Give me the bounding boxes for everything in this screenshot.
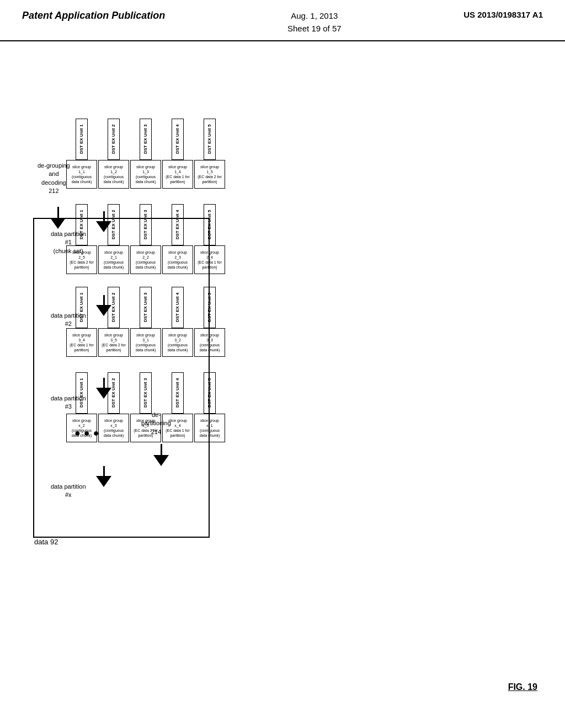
patent-number: US 2013/0198317 A1 — [463, 10, 543, 19]
p3-unit3-header: DST EX Unit 3 — [140, 287, 152, 328]
p3-unit2-cell: slice group3_5(EC data 2 forpartition) — [98, 328, 129, 357]
p1-unit1-cell: slice group1_1(contiguousdata chunk) — [66, 160, 97, 189]
p3-unit1-cell: slice group3_4(EC data 1 forpartition) — [66, 328, 97, 357]
p1-unit2-header: DST EX Unit 2 — [108, 119, 120, 160]
p3-unit3-cell: slice group3_1(contiguousdata chunk) — [130, 328, 161, 357]
p2-unit3-cell: slice group2_2(contiguousdata chunk) — [130, 245, 161, 274]
p3-unit4-header: DST EX Unit 4 — [172, 287, 184, 328]
p1-unit2-cell: slice group1_2(contiguousdata chunk) — [98, 160, 129, 189]
p2-unit4-header: DST EX Unit 4 — [172, 204, 184, 245]
sheet-info: Sheet 19 of 57 — [287, 24, 342, 33]
p2-unit2-col: DST EX Unit 2 slice group2_1(contiguousd… — [98, 204, 129, 274]
px-unit3-header: DST EX Unit 3 — [140, 372, 152, 414]
px-unit4-header: DST EX Unit 4 — [172, 372, 184, 414]
figure-label: FIG. 19 — [508, 682, 537, 692]
p2-unit2-cell: slice group2_1(contiguousdata chunk) — [98, 245, 129, 274]
p2-unit1-col: DST EX Unit 1 slice group2_5(EC data 2 f… — [66, 204, 97, 274]
p3-unit3-col: DST EX Unit 3 slice group3_1(contiguousd… — [130, 287, 161, 357]
p3-unit2-header: DST EX Unit 2 — [108, 287, 120, 328]
p3-unit5-header: DST EX Unit 5 — [204, 287, 216, 328]
p3-unit5-col: DST EX Unit 5 slice group3_3(contiguousd… — [194, 287, 225, 357]
px-unit2-header: DST EX Unit 2 — [108, 372, 120, 414]
partition-3-tables: DST EX Unit 1 slice group3_4(EC data 1 f… — [66, 287, 225, 357]
p3-unit1-col: DST EX Unit 1 slice group3_4(EC data 1 f… — [66, 287, 97, 357]
px-unit1-cell: slice groupx_2(contiguousdata chunk) — [66, 414, 97, 442]
px-unit5-col: DST EX Unit 5 slice groupx_1(contiguousd… — [194, 372, 225, 442]
p1-unit3-header: DST EX Unit 3 — [140, 119, 152, 160]
p2-unit5-header: DST EX Unit 5 — [204, 204, 216, 245]
px-unit4-cell: slice groupx_4(EC data 1 forpartition) — [162, 414, 193, 442]
p2-unit4-cell: slice group2_3(contiguousdata chunk) — [162, 245, 193, 274]
p2-unit1-header: DST EX Unit 1 — [76, 204, 88, 245]
px-unit2-col: DST EX Unit 2 slice groupx_3(contiguousd… — [98, 372, 129, 442]
px-unit3-cell: slice groupx_5(EC data 2 forpartition) — [130, 414, 161, 442]
p2-unit3-col: DST EX Unit 3 slice group2_2(contiguousd… — [130, 204, 161, 274]
p1-unit1-header: DST EX Unit 1 — [76, 119, 88, 160]
p3-unit2-col: DST EX Unit 2 slice group3_5(EC data 2 f… — [98, 287, 129, 357]
partition-1-tables: DST EX Unit 1 slice group1_1(contiguousd… — [66, 119, 225, 189]
p1-unit2-col: DST EX Unit 2 slice group1_2(contiguousd… — [98, 119, 129, 189]
page-header: Patent Application Publication Aug. 1, 2… — [0, 0, 565, 41]
partition-x-label: data partition#x — [51, 483, 86, 500]
px-unit1-header: DST EX Unit 1 — [76, 372, 88, 414]
p3-unit4-col: DST EX Unit 4 slice group3_2(contiguousd… — [162, 287, 193, 357]
p2-unit1-cell: slice group2_5(EC data 2 forpartition) — [66, 245, 97, 274]
px-unit4-col: DST EX Unit 4 slice groupx_4(EC data 1 f… — [162, 372, 193, 442]
px-unit3-col: DST EX Unit 3 slice groupx_5(EC data 2 f… — [130, 372, 161, 442]
data-label: data 92 — [34, 538, 58, 546]
p1-unit5-cell: slice group1_5(EC data 2 forpartition) — [194, 160, 225, 189]
p2-unit2-header: DST EX Unit 2 — [108, 204, 120, 245]
main-content: data 92 de-groupinganddecoding212 de-par… — [0, 41, 565, 725]
degrouping-arrow — [50, 207, 66, 229]
p3-unit5-cell: slice group3_3(contiguousdata chunk) — [194, 328, 225, 357]
p3-unit4-cell: slice group3_2(contiguousdata chunk) — [162, 328, 193, 357]
p1-unit5-col: DST EX Unit 5 slice group1_5(EC data 2 f… — [194, 119, 225, 189]
partition-x-arrow — [96, 466, 111, 487]
publication-title: Patent Application Publication — [22, 10, 165, 22]
partition-2-tables: DST EX Unit 1 slice group2_5(EC data 2 f… — [66, 204, 225, 274]
p2-unit5-cell: slice group2_4(EC data 1 forpartition) — [194, 245, 225, 274]
p1-unit1-col: DST EX Unit 1 slice group1_1(contiguousd… — [66, 119, 97, 189]
px-unit1-col: DST EX Unit 1 slice groupx_2(contiguousd… — [66, 372, 97, 442]
p1-unit4-cell: slice group1_4(EC data 1 forpartition) — [162, 160, 193, 189]
p1-unit4-col: DST EX Unit 4 slice group1_4(EC data 1 f… — [162, 119, 193, 189]
px-unit5-header: DST EX Unit 5 — [204, 372, 216, 414]
header-center: Aug. 1, 2013 Sheet 19 of 57 — [287, 10, 342, 35]
p1-unit5-header: DST EX Unit 5 — [204, 119, 216, 160]
publication-date: Aug. 1, 2013 — [291, 11, 338, 20]
px-unit2-cell: slice groupx_3(contiguousdata chunk) — [98, 414, 129, 442]
departitioning-arrow — [153, 444, 169, 466]
p2-unit4-col: DST EX Unit 4 slice group2_3(contiguousd… — [162, 204, 193, 274]
degrouping-label: de-groupinganddecoding212 — [38, 162, 70, 196]
p1-unit4-header: DST EX Unit 4 — [172, 119, 184, 160]
p1-unit3-cell: slice group1_3(contiguousdata chunk) — [130, 160, 161, 189]
p2-unit5-col: DST EX Unit 5 slice group2_4(EC data 1 f… — [194, 204, 225, 274]
p1-unit3-col: DST EX Unit 3 slice group1_3(contiguousd… — [130, 119, 161, 189]
p2-unit3-header: DST EX Unit 3 — [140, 204, 152, 245]
p3-unit1-header: DST EX Unit 1 — [76, 287, 88, 328]
partition-x-tables: DST EX Unit 1 slice groupx_2(contiguousd… — [66, 372, 225, 442]
px-unit5-cell: slice groupx_1(contiguousdata chunk) — [194, 414, 225, 442]
